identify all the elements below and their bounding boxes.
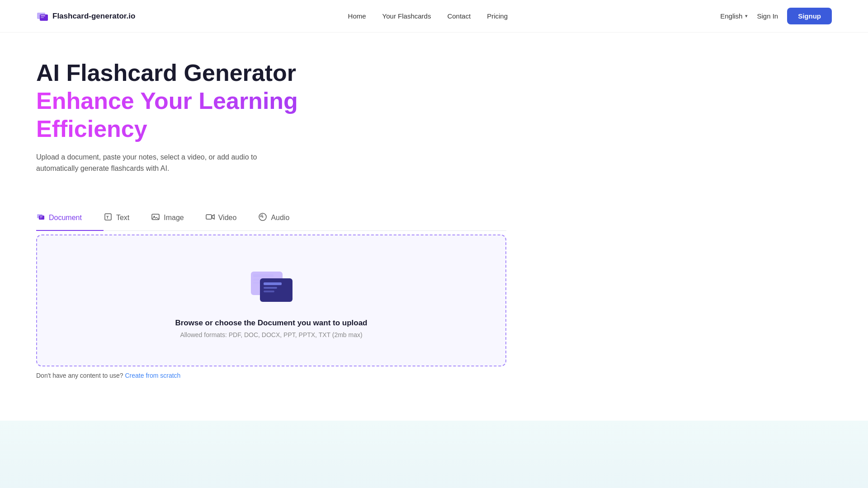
tab-audio[interactable]: Audio (258, 207, 311, 231)
nav-pricing[interactable]: Pricing (487, 12, 508, 20)
chevron-down-icon: ▾ (745, 13, 748, 19)
logo[interactable]: Flashcard-generator.io (36, 10, 135, 23)
svg-rect-19 (260, 278, 292, 302)
svg-rect-21 (264, 287, 277, 289)
scratch-prefix: Don't have any content to use? (36, 372, 123, 379)
signup-button[interactable]: Signup (787, 8, 832, 24)
tab-image[interactable]: Image (151, 207, 205, 231)
hero-title-gradient: Enhance Your Learning Efficiency (36, 87, 506, 143)
nav-contact[interactable]: Contact (447, 12, 471, 20)
scratch-section: Don't have any content to use? Create fr… (0, 366, 868, 385)
hero-subtitle: Upload a document, paste your notes, sel… (36, 151, 271, 174)
svg-rect-2 (41, 15, 45, 16)
svg-rect-3 (41, 17, 44, 18)
upload-section: Browse or choose the Document you want t… (0, 235, 542, 366)
svg-rect-12 (206, 215, 212, 219)
language-selector[interactable]: English ▾ (720, 12, 748, 20)
tab-text-label: Text (116, 214, 129, 222)
text-icon: T (104, 212, 113, 224)
nav-home[interactable]: Home (348, 12, 366, 20)
tab-video-label: Video (218, 214, 237, 222)
navbar: Flashcard-generator.io Home Your Flashca… (0, 0, 868, 33)
logo-icon (36, 10, 49, 23)
create-from-scratch-link[interactable]: Create from scratch (125, 372, 180, 379)
upload-dropzone[interactable]: Browse or choose the Document you want t… (36, 235, 506, 366)
nav-right: English ▾ Sign In Signup (720, 8, 832, 24)
tab-text[interactable]: T Text (104, 207, 151, 231)
document-icon (36, 212, 45, 224)
image-icon (151, 212, 160, 224)
tab-document[interactable]: Document (36, 207, 104, 231)
hero-title-line1: AI Flashcard Generator (36, 60, 506, 87)
nav-links: Home Your Flashcards Contact Pricing (348, 12, 508, 20)
nav-flashcards[interactable]: Your Flashcards (382, 12, 431, 20)
svg-rect-22 (264, 291, 274, 292)
language-label: English (720, 12, 742, 20)
upload-formats-text: Allowed formats: PDF, DOC, DOCX, PPT, PP… (180, 331, 362, 338)
logo-text: Flashcard-generator.io (52, 12, 135, 21)
svg-rect-16 (253, 274, 274, 277)
tabs: Document T Text Image (36, 207, 506, 231)
hero-title-line2: Enhance Your Learning (36, 88, 298, 114)
svg-rect-6 (40, 216, 42, 217)
upload-main-text: Browse or choose the Document you want t… (175, 319, 367, 328)
video-icon (206, 212, 215, 224)
tab-document-label: Document (49, 214, 82, 222)
tab-audio-label: Audio (271, 214, 289, 222)
svg-rect-7 (40, 218, 42, 218)
audio-icon (258, 212, 267, 224)
tab-image-label: Image (164, 214, 184, 222)
svg-rect-20 (264, 282, 282, 285)
hero-section: AI Flashcard Generator Enhance Your Lear… (0, 33, 542, 192)
tab-video[interactable]: Video (206, 207, 259, 231)
tabs-container: Document T Text Image (0, 207, 542, 231)
svg-text:T: T (106, 215, 109, 220)
svg-rect-5 (39, 216, 44, 220)
svg-point-14 (262, 216, 264, 217)
hero-title-line3: Efficiency (36, 116, 147, 142)
bottom-section: Featured (0, 421, 868, 488)
sign-in-button[interactable]: Sign In (757, 12, 778, 20)
upload-illustration (240, 263, 303, 310)
